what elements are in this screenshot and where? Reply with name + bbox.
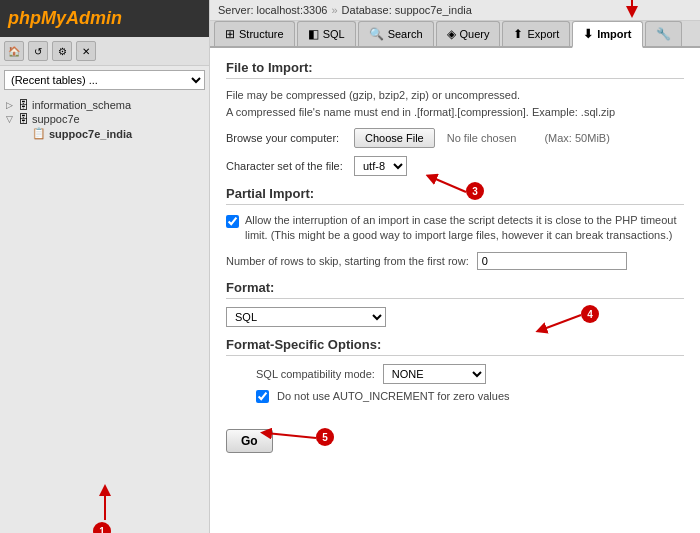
browse-label: Browse your computer:	[226, 132, 346, 144]
format-specific-title: Format-Specific Options:	[226, 337, 684, 356]
table-icon: 📋	[32, 127, 46, 140]
tab-query[interactable]: ◈ Query	[436, 21, 501, 46]
main-content: File to Import: File may be compressed (…	[210, 48, 700, 533]
sql-mode-select[interactable]: NONE ANSI DB2 MAXDB MYSQL323 MYSQL40 MSS…	[383, 364, 486, 384]
max-size-text: (Max: 50MiB)	[544, 132, 609, 144]
sql-mode-label: SQL compatibility mode:	[256, 368, 375, 380]
tab-search-label: Search	[388, 28, 423, 40]
go-section: Go 5	[226, 421, 273, 453]
breadcrumb: Server: localhost:3306 » Database: suppo…	[210, 0, 700, 21]
tab-structure[interactable]: ⊞ Structure	[214, 21, 295, 46]
file-import-title: File to Import:	[226, 60, 684, 79]
sql-icon: ◧	[308, 27, 319, 41]
tab-sql[interactable]: ◧ SQL	[297, 21, 356, 46]
recent-tables-select[interactable]: (Recent tables) ...	[4, 70, 205, 90]
app-logo: phpMyAdmin	[0, 0, 209, 37]
sidebar: phpMyAdmin 🏠 ↺ ⚙ ✕ (Recent tables) ... ▷…	[0, 0, 210, 533]
tree-expand-icon: ▷	[6, 100, 18, 110]
format-title: Format:	[226, 280, 684, 299]
format-select-wrap: SQL CSV CSV using LOAD DATA ODS XML	[226, 307, 684, 327]
query-icon: ◈	[447, 27, 456, 41]
browse-row: Browse your computer: Choose File No fil…	[226, 128, 684, 148]
database-tree: ▷ 🗄 information_schema ▽ 🗄 suppoc7e 📋 su…	[0, 94, 209, 530]
main-panel: Server: localhost:3306 » Database: suppo…	[210, 0, 700, 533]
tree-expand-icon: ▽	[6, 114, 18, 124]
auto-increment-label: Do not use AUTO_INCREMENT for zero value…	[277, 390, 510, 402]
choose-file-button[interactable]: Choose File	[354, 128, 435, 148]
partial-import-section: Partial Import: Allow the interruption o…	[226, 186, 684, 270]
charset-row: Character set of the file: utf-8	[226, 156, 684, 176]
charset-label: Character set of the file:	[226, 160, 346, 172]
sidebar-refresh-icon[interactable]: ↺	[28, 41, 48, 61]
export-icon: ⬆	[513, 27, 523, 41]
db-icon: 🗄	[18, 113, 29, 125]
tab-bar: ⊞ Structure ◧ SQL 🔍 Search ◈ Query ⬆ Exp…	[210, 21, 700, 48]
allow-interruption-row: Allow the interruption of an import in c…	[226, 213, 684, 244]
tab-export-label: Export	[527, 28, 559, 40]
auto-increment-checkbox[interactable]	[256, 390, 269, 403]
tab-export[interactable]: ⬆ Export	[502, 21, 570, 46]
tree-item-suppoc7e-india[interactable]: 📋 suppoc7e_india	[18, 126, 205, 141]
skip-input[interactable]	[477, 252, 627, 270]
tab-sql-label: SQL	[323, 28, 345, 40]
tree-item-information-schema[interactable]: ▷ 🗄 information_schema	[4, 98, 205, 112]
skip-label: Number of rows to skip, starting from th…	[226, 255, 469, 267]
skip-row: Number of rows to skip, starting from th…	[226, 252, 684, 270]
file-import-section: File to Import: File may be compressed (…	[226, 60, 684, 176]
tab-import[interactable]: ⬇ Import 2	[572, 21, 642, 48]
sql-mode-row: SQL compatibility mode: NONE ANSI DB2 MA…	[226, 364, 684, 384]
search-icon: 🔍	[369, 27, 384, 41]
go-button[interactable]: Go	[226, 429, 273, 453]
tab-wrench[interactable]: 🔧	[645, 21, 682, 46]
sidebar-settings-icon[interactable]: ⚙	[52, 41, 72, 61]
tab-import-label: Import	[597, 28, 631, 40]
allow-interruption-checkbox[interactable]	[226, 215, 239, 228]
charset-select[interactable]: utf-8	[354, 156, 407, 176]
format-select[interactable]: SQL CSV CSV using LOAD DATA ODS XML	[226, 307, 386, 327]
logo-text: phpMyAdmin	[8, 8, 122, 29]
file-import-desc: File may be compressed (gzip, bzip2, zip…	[226, 87, 684, 120]
auto-increment-row: Do not use AUTO_INCREMENT for zero value…	[226, 390, 684, 403]
tree-children-suppoc7e: 📋 suppoc7e_india	[4, 126, 205, 141]
no-file-text: No file chosen	[447, 132, 517, 144]
tab-structure-label: Structure	[239, 28, 284, 40]
allow-interruption-label: Allow the interruption of an import in c…	[245, 213, 684, 244]
sidebar-exit-icon[interactable]: ✕	[76, 41, 96, 61]
import-icon: ⬇	[583, 27, 593, 41]
partial-import-title: Partial Import:	[226, 186, 684, 205]
tree-expand-icon	[20, 129, 32, 139]
structure-icon: ⊞	[225, 27, 235, 41]
format-specific-section: Format-Specific Options: SQL compatibili…	[226, 337, 684, 403]
tree-label: information_schema	[32, 99, 131, 111]
breadcrumb-sep1: »	[331, 4, 337, 16]
tree-label: suppoc7e_india	[49, 128, 132, 140]
svg-line-4	[266, 433, 316, 438]
tab-search[interactable]: 🔍 Search	[358, 21, 434, 46]
db-icon: 🗄	[18, 99, 29, 111]
tree-item-suppoc7e[interactable]: ▽ 🗄 suppoc7e	[4, 112, 205, 126]
sidebar-toolbar: 🏠 ↺ ⚙ ✕	[0, 37, 209, 66]
database-crumb: Database: suppoc7e_india	[342, 4, 472, 16]
tab-query-label: Query	[460, 28, 490, 40]
sidebar-home-icon[interactable]: 🏠	[4, 41, 24, 61]
tree-label: suppoc7e	[32, 113, 80, 125]
server-crumb: Server: localhost:3306	[218, 4, 327, 16]
wrench-icon: 🔧	[656, 27, 671, 41]
format-section: Format: SQL CSV CSV using LOAD DATA ODS …	[226, 280, 684, 327]
